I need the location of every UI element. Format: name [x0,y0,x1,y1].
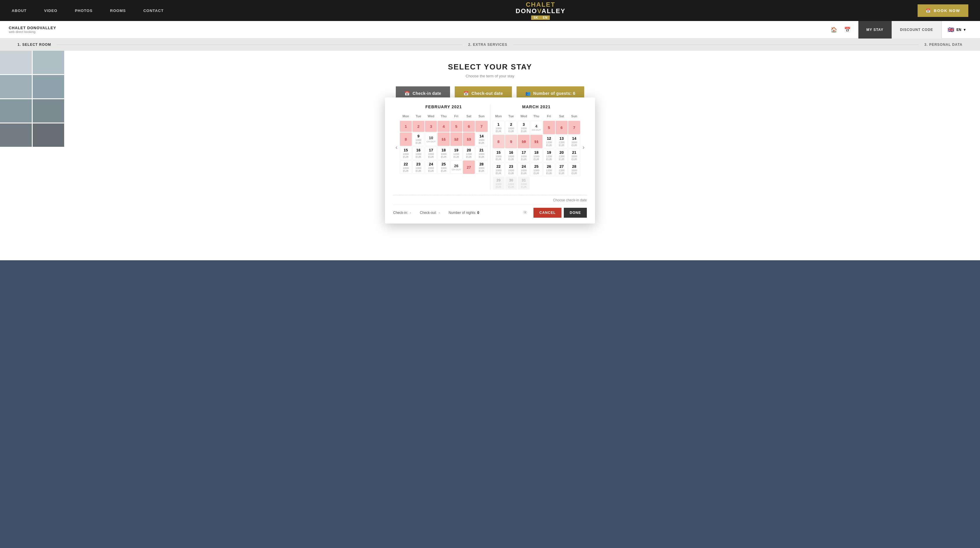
mar-day-24[interactable]: 241000 EUR [518,163,530,176]
mar-day-23[interactable]: 231000 EUR [505,163,517,176]
feb-day-23[interactable]: 231000 EUR [412,161,425,174]
feb-day-10[interactable]: 10CH-OUT [425,132,437,146]
next-month-button[interactable]: › [580,143,587,152]
checkout-info: Check-out: - [420,211,440,215]
feb-day-25[interactable]: 251000 EUR [438,161,449,174]
feb-day-2[interactable]: 2 [412,121,425,132]
language-selector[interactable]: 🇬🇧 EN ▾ [942,21,971,38]
dow-tue: Tue [412,113,425,120]
mar-day-7[interactable]: 7 [568,121,580,134]
feb-day-26[interactable]: 26CH-OUT [450,161,462,174]
feb-day-12[interactable]: 12 [450,132,462,146]
feb-day-3[interactable]: 3 [425,121,437,132]
feb-day-4[interactable]: 4 [438,121,449,132]
checkin-info: Check-in: - [393,211,411,215]
logo-text: CHALET DONOVALLEY [515,2,566,14]
nav-links: ABOUT VIDEO PHOTOS ROOMS CONTACT [12,8,164,13]
discount-code-tab[interactable]: DISCOUNT CODE [892,21,942,38]
lang-en[interactable]: EN [541,16,550,20]
calendar-icon[interactable]: 📅 [842,24,853,35]
feb-day-6[interactable]: 6 [463,121,475,132]
mar-day-16[interactable]: 161000 EUR [505,149,517,162]
mar-day-31: 311000 EUR [518,177,530,190]
calendar-header: ‹ FEBRUARY 2021 Mon Tue Wed Thu Fri Sat … [393,105,587,190]
feb-day-21[interactable]: 211000 EUR [476,147,487,160]
mar-day-1[interactable]: 11000 EUR [493,121,504,134]
feb-day-16[interactable]: 161000 EUR [412,147,425,160]
nav-photos[interactable]: PHOTOS [75,8,93,13]
mar-day-13[interactable]: 131200 EUR [555,135,568,148]
nav-about[interactable]: ABOUT [12,8,27,13]
prev-month-button[interactable]: ‹ [393,143,400,152]
guests-icon: 👥 [525,91,531,96]
mar-day-27[interactable]: 271200 EUR [555,163,568,176]
feb-day-27[interactable]: 27 [463,161,475,174]
feb-day-11[interactable]: 11 [438,132,449,146]
mar-day-2[interactable]: 21000 EUR [505,121,517,134]
mar-day-10[interactable]: 10 [518,135,530,148]
nav-rooms[interactable]: ROOMS [110,8,126,13]
room-thumb [33,99,64,123]
mar-day-12[interactable]: 121200 EUR [543,135,555,148]
calendar-footer-bar: Check-in: - Check-out: - Number of night… [393,205,587,218]
mar-day-26[interactable]: 261200 EUR [543,163,555,176]
feb-day-13[interactable]: 13 [463,132,475,146]
lang-switcher[interactable]: SK EN [515,16,566,20]
my-stay-tab[interactable]: MY STAY [858,21,892,38]
dow-fri: Fri [543,113,555,120]
dow-fri: Fri [450,113,462,120]
mar-day-21[interactable]: 211000 EUR [568,149,580,162]
feb-day-22[interactable]: 221000 EUR [400,161,412,174]
top-navigation: ABOUT VIDEO PHOTOS ROOMS CONTACT CHALET … [0,0,980,21]
room-thumb [0,99,32,123]
feb-day-8[interactable]: 8 [400,132,412,146]
mar-day-11[interactable]: 11 [530,135,542,148]
nav-contact[interactable]: CONTACT [143,8,164,13]
feb-day-17[interactable]: 171000 EUR [425,147,437,160]
feb-day-7[interactable]: 7 [476,121,487,132]
feb-day-28[interactable]: 281000 EUR [476,161,487,174]
room-thumbnails [0,51,64,147]
brand-subtitle: web direct booking [9,30,56,33]
book-now-button[interactable]: 📅 BOOK NOW [918,5,968,17]
mar-day-20[interactable]: 201200 EUR [555,149,568,162]
feb-day-18[interactable]: 181000 EUR [438,147,449,160]
feb-day-20[interactable]: 201200 EUR [463,147,475,160]
feb-day-24[interactable]: 241000 EUR [425,161,437,174]
dow-thu: Thu [530,113,542,120]
dow-sun: Sun [476,113,487,120]
mar-day-30: 301000 EUR [505,177,517,190]
step-divider-2 [513,45,919,45]
mar-day-18[interactable]: 181000 EUR [530,149,542,162]
feb-day-14[interactable]: 141000 EUR [476,132,487,146]
feb-day-15[interactable]: 151000 EUR [400,147,412,160]
mar-day-25[interactable]: 251000 EUR [530,163,542,176]
mar-day-6[interactable]: 6 [555,121,568,134]
feb-day-19[interactable]: 191200 EUR [450,147,462,160]
mar-day-19[interactable]: 191200 EUR [543,149,555,162]
feb-day-5[interactable]: 5 [450,121,462,132]
feb-day-9[interactable]: 91000 EUR [412,132,425,146]
mar-day-22[interactable]: 221000 EUR [493,163,504,176]
mar-day-5[interactable]: 5 [543,121,555,134]
step1: 1. SELECT ROOM [18,43,51,47]
mar-day-14[interactable]: 141000 EUR [568,135,580,148]
mar-day-28[interactable]: 281000 EUR [568,163,580,176]
dow-mon: Mon [400,113,412,120]
mar-day-29: 291000 EUR [493,177,504,190]
mar-day-17[interactable]: 171000 EUR [518,149,530,162]
room-thumb [33,123,64,147]
dow-wed: Wed [425,113,437,120]
cancel-button[interactable]: CANCEL [533,208,562,218]
mar-day-4[interactable]: 4CH-OUT [530,121,542,134]
feb-day-1[interactable]: 1 [400,121,412,132]
mar-day-9[interactable]: 9 [505,135,517,148]
nav-video[interactable]: VIDEO [44,8,57,13]
mar-day-8[interactable]: 8 [493,135,504,148]
mar-day-3[interactable]: 31000 EUR [518,121,530,134]
mar-day-15[interactable]: 151000 EUR [493,149,504,162]
lang-sk[interactable]: SK [531,16,541,20]
done-button[interactable]: DONE [564,208,587,218]
calendar-footer-message: Choose check-in date [393,195,587,205]
home-icon[interactable]: 🏠 [829,24,839,35]
